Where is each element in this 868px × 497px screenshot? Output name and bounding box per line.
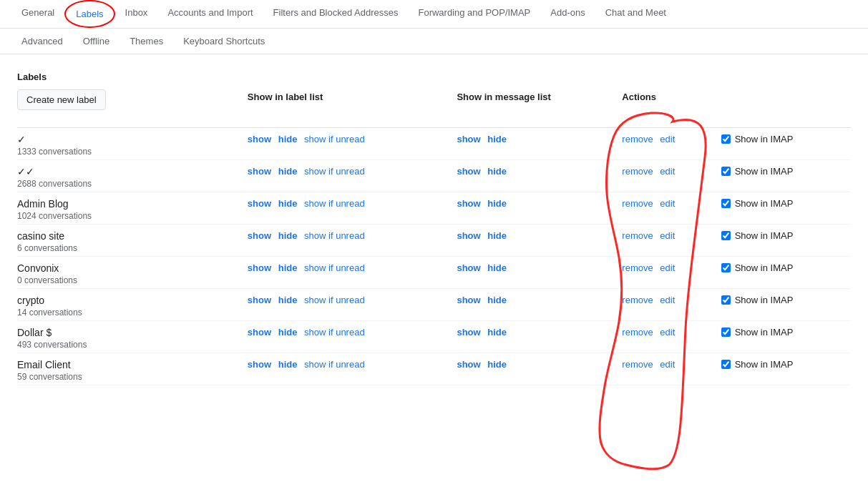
label-hide-link[interactable]: hide <box>278 166 298 177</box>
tab-filters[interactable]: Filters and Blocked Addresses <box>263 0 409 28</box>
msg-show-link[interactable]: show <box>457 327 480 338</box>
tab-advanced[interactable]: Advanced <box>11 29 73 54</box>
msg-hide-link[interactable]: hide <box>487 230 507 241</box>
imap-label: Show in IMAP <box>735 166 794 177</box>
msg-hide-link[interactable]: hide <box>487 359 507 370</box>
msg-hide-link[interactable]: hide <box>487 262 507 273</box>
remove-link[interactable]: remove <box>622 166 653 177</box>
tab-accounts[interactable]: Accounts and Import <box>157 0 263 28</box>
imap-checkbox[interactable] <box>721 328 731 337</box>
label-show-link[interactable]: show <box>248 166 271 177</box>
label-show-unread-link[interactable]: show if unread <box>304 327 365 338</box>
edit-link[interactable]: edit <box>660 198 675 209</box>
label-count: 493 conversations <box>17 340 239 350</box>
label-hide-link[interactable]: hide <box>278 230 298 241</box>
msg-hide-link[interactable]: hide <box>487 166 507 177</box>
tab-general[interactable]: General <box>11 0 64 28</box>
label-name-cell: crypto 14 conversations <box>17 289 248 321</box>
tab-labels[interactable]: Labels <box>64 0 114 28</box>
imap-checkbox[interactable] <box>721 134 731 144</box>
edit-link[interactable]: edit <box>660 134 675 144</box>
label-list-cell: show hide show if unread <box>248 160 457 192</box>
label-name-cell: ✓✓ 2688 conversations <box>17 160 248 192</box>
label-hide-link[interactable]: hide <box>278 327 298 338</box>
imap-checkbox[interactable] <box>721 199 731 208</box>
tab-forwarding[interactable]: Forwarding and POP/IMAP <box>408 0 540 28</box>
edit-link[interactable]: edit <box>660 230 675 241</box>
label-hide-link[interactable]: hide <box>278 134 298 144</box>
imap-cell: Show in IMAP <box>721 321 851 353</box>
imap-checkbox[interactable] <box>721 360 731 369</box>
create-new-label-button[interactable]: Create new label <box>17 89 106 110</box>
label-hide-link[interactable]: hide <box>278 295 298 305</box>
label-show-link[interactable]: show <box>248 262 271 273</box>
label-show-unread-link[interactable]: show if unread <box>304 166 365 177</box>
label-show-unread-link[interactable]: show if unread <box>304 198 365 209</box>
tab-addons[interactable]: Add-ons <box>540 0 595 28</box>
imap-checkbox[interactable] <box>721 263 731 272</box>
label-show-link[interactable]: show <box>248 295 271 305</box>
label-hide-link[interactable]: hide <box>278 198 298 209</box>
msg-hide-link[interactable]: hide <box>487 134 507 144</box>
tab-offline[interactable]: Offline <box>73 29 120 54</box>
msg-show-link[interactable]: show <box>457 230 480 241</box>
edit-link[interactable]: edit <box>660 166 675 177</box>
msg-show-link[interactable]: show <box>457 295 480 305</box>
label-hide-link[interactable]: hide <box>278 359 298 370</box>
imap-label: Show in IMAP <box>735 230 794 241</box>
msg-show-link[interactable]: show <box>457 166 480 177</box>
imap-checkbox[interactable] <box>721 295 731 305</box>
label-name: casino site <box>17 230 239 242</box>
remove-link[interactable]: remove <box>622 359 653 370</box>
label-show-link[interactable]: show <box>248 230 271 241</box>
label-show-link[interactable]: show <box>248 359 271 370</box>
remove-link[interactable]: remove <box>622 262 653 273</box>
imap-label: Show in IMAP <box>735 262 794 273</box>
remove-link[interactable]: remove <box>622 134 653 144</box>
label-list-cell: show hide show if unread <box>248 353 457 385</box>
edit-link[interactable]: edit <box>660 359 675 370</box>
imap-label: Show in IMAP <box>735 295 794 305</box>
label-show-link[interactable]: show <box>248 198 271 209</box>
label-show-link[interactable]: show <box>248 327 271 338</box>
remove-link[interactable]: remove <box>622 295 653 305</box>
msg-hide-link[interactable]: hide <box>487 295 507 305</box>
label-show-unread-link[interactable]: show if unread <box>304 359 365 370</box>
edit-link[interactable]: edit <box>660 295 675 305</box>
tab-themes[interactable]: Themes <box>120 29 173 54</box>
second-nav: Advanced Offline Themes Keyboard Shortcu… <box>0 29 868 54</box>
imap-cell: Show in IMAP <box>721 160 851 192</box>
tab-inbox[interactable]: Inbox <box>115 0 158 28</box>
label-hide-link[interactable]: hide <box>278 262 298 273</box>
label-show-unread-link[interactable]: show if unread <box>304 230 365 241</box>
remove-link[interactable]: remove <box>622 327 653 338</box>
tab-chat[interactable]: Chat and Meet <box>595 0 676 28</box>
msg-show-link[interactable]: show <box>457 134 480 144</box>
top-nav: General Labels Inbox Accounts and Import… <box>0 0 868 29</box>
edit-link[interactable]: edit <box>660 327 675 338</box>
msg-show-link[interactable]: show <box>457 262 480 273</box>
message-list-cell: show hide <box>457 257 622 289</box>
remove-link[interactable]: remove <box>622 230 653 241</box>
msg-hide-link[interactable]: hide <box>487 198 507 209</box>
label-list-cell: show hide show if unread <box>248 321 457 353</box>
label-list-cell: show hide show if unread <box>248 192 457 225</box>
label-show-unread-link[interactable]: show if unread <box>304 262 365 273</box>
remove-link[interactable]: remove <box>622 198 653 209</box>
imap-checkbox[interactable] <box>721 231 731 240</box>
imap-label: Show in IMAP <box>735 359 794 370</box>
msg-show-link[interactable]: show <box>457 359 480 370</box>
label-show-unread-link[interactable]: show if unread <box>304 134 365 144</box>
actions-cell: remove edit <box>622 321 721 353</box>
col-actions: Actions <box>622 66 721 128</box>
tab-keyboard[interactable]: Keyboard Shortcuts <box>173 29 275 54</box>
label-name: Admin Blog <box>17 198 239 210</box>
msg-show-link[interactable]: show <box>457 198 480 209</box>
label-show-link[interactable]: show <box>248 134 271 144</box>
message-list-cell: show hide <box>457 128 622 160</box>
label-show-unread-link[interactable]: show if unread <box>304 295 365 305</box>
edit-link[interactable]: edit <box>660 262 675 273</box>
label-list-cell: show hide show if unread <box>248 289 457 321</box>
imap-checkbox[interactable] <box>721 167 731 176</box>
msg-hide-link[interactable]: hide <box>487 327 507 338</box>
